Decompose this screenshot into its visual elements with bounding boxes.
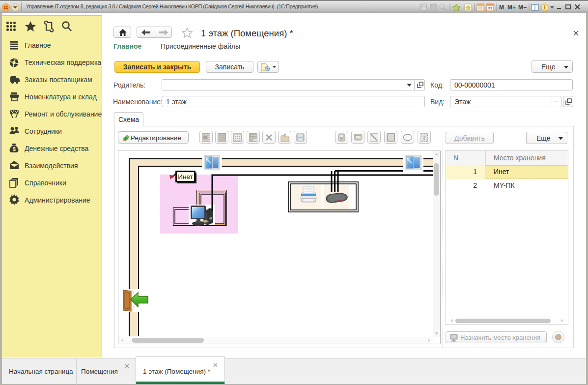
svg-text:31: 31 <box>488 6 493 10</box>
svg-text:M+: M+ <box>507 4 516 11</box>
svg-text:T: T <box>422 134 426 141</box>
svg-text:$: $ <box>13 147 16 152</box>
svg-text:M−: M− <box>518 4 527 11</box>
svg-text:1C: 1C <box>4 6 8 9</box>
svg-text:Инет: Инет <box>178 173 193 180</box>
svg-text:M: M <box>499 4 504 11</box>
svg-text:i: i <box>544 5 546 10</box>
